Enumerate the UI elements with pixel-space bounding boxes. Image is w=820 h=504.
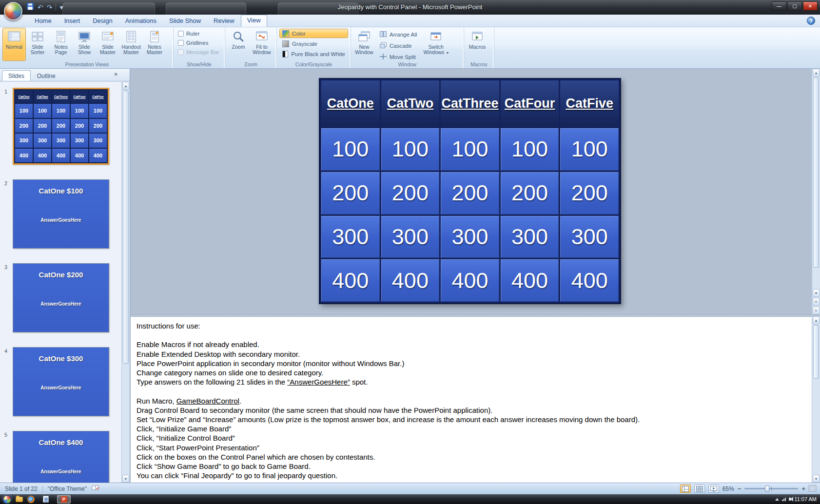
board-cell[interactable]: 300 [321,216,380,258]
panel-close-icon[interactable]: ✕ [114,72,118,77]
zoom-slider-thumb[interactable] [765,485,769,492]
new-window-button[interactable]: New Window [352,28,376,61]
slide-master-button[interactable]: Slide Master [96,28,119,61]
zoom-slider[interactable] [744,488,798,489]
powerpoint-taskbar-button[interactable]: P [57,495,71,504]
board-cell[interactable]: 200 [560,172,619,214]
explorer-icon[interactable] [16,497,23,502]
board-cell[interactable]: 200 [381,172,440,214]
slide-1-thumbnail[interactable]: CatOneCatTwoCatThreeCatFourCatFive100100… [13,88,109,165]
move-split-button[interactable]: Move Split [377,52,420,61]
board-cell[interactable]: 100 [381,128,440,171]
board-category[interactable]: CatOne [321,80,380,127]
ribbon-tab-animations[interactable]: Animations [119,15,163,27]
ruler-checkbox-row[interactable]: Ruler [178,30,223,37]
scroll-down-icon[interactable]: ▼ [813,475,820,483]
restore-button[interactable]: ▢ [787,1,802,11]
ribbon-tab-design[interactable]: Design [86,15,118,27]
board-cell[interactable]: 200 [441,172,499,214]
slide-show-toggle[interactable] [708,485,719,493]
scroll-down-icon[interactable]: ▼ [813,289,820,297]
board-category[interactable]: CatFive [560,80,619,127]
undo-icon[interactable]: ↶ [38,3,43,12]
network-icon[interactable] [782,498,786,501]
spellcheck-icon[interactable] [92,485,99,493]
redo-icon[interactable]: ↷ [47,3,53,12]
color-button[interactable]: Color [279,29,348,38]
board-cell[interactable]: 400 [560,259,619,302]
zoom-button[interactable]: Zoom [227,28,250,61]
slide-canvas[interactable]: CatOneCatTwoCatThreeCatFourCatFive100100… [131,69,812,314]
slide-show-button[interactable]: Slide Show [73,28,96,61]
board-cell[interactable]: 200 [501,172,559,214]
scrollbar-thumb[interactable] [813,325,819,379]
board-cell[interactable]: 400 [501,259,559,302]
ruler-checkbox[interactable] [178,31,184,37]
pure-black-white-button[interactable]: Pure Black and White [279,49,348,58]
board-cell[interactable]: 100 [441,128,499,171]
volume-icon[interactable] [789,498,791,501]
tab-outline[interactable]: Outline [31,70,62,81]
board-cell[interactable]: 400 [441,259,499,302]
board-cell[interactable]: 100 [501,128,559,171]
document-taskbar-button[interactable] [39,495,53,504]
board-category[interactable]: CatTwo [381,80,440,127]
scroll-down-icon[interactable]: ▼ [122,475,129,483]
grayscale-button[interactable]: Grayscale [279,39,348,48]
close-button[interactable]: ✕ [803,1,818,11]
scroll-up-icon[interactable]: ▲ [122,82,129,90]
board-cell[interactable]: 200 [321,172,380,214]
fit-to-window-button[interactable]: Fit to Window [250,28,273,61]
board-cell[interactable]: 100 [321,128,380,171]
slide-sorter-button[interactable]: Slide Sorter [26,28,49,61]
slide-sorter-toggle[interactable] [694,485,705,493]
customize-qat-dropdown-icon[interactable]: ▾ [59,3,63,12]
tab-slides[interactable]: Slides [2,70,31,81]
hidden-icons-icon[interactable] [775,498,779,501]
board-category[interactable]: CatFour [501,80,559,127]
board-cell[interactable]: 100 [560,128,619,171]
taskbar-clock[interactable]: 11:07 AM [794,496,817,502]
slide-5-thumbnail[interactable]: CatOne $400 AnswerGoesHere [13,431,109,483]
fit-slide-to-window-icon[interactable] [809,485,816,493]
notes-scrollbar[interactable]: ▲ ▼ [812,316,820,483]
scrollbar-thumb[interactable] [813,78,819,268]
gridlines-checkbox[interactable] [178,40,184,46]
notes-pane[interactable]: Instructions for use: Enable Macros if n… [131,316,812,483]
macros-button[interactable]: Macros [466,28,489,61]
next-slide-icon[interactable]: » [813,307,820,314]
board-category[interactable]: CatThree [441,80,499,127]
notes-master-button[interactable]: Notes Master [143,28,166,61]
ribbon-tab-view[interactable]: View [241,15,267,27]
switch-windows-button[interactable]: Switch Windows ▾ [421,28,451,61]
ribbon-tab-review[interactable]: Review [207,15,241,27]
slide-2-thumbnail[interactable]: CatOne $100 AnswerGoesHere [13,179,109,249]
cascade-button[interactable]: Cascade [377,41,420,50]
board-cell[interactable]: 300 [501,216,559,258]
scroll-up-icon[interactable]: ▲ [813,69,820,77]
board-cell[interactable]: 300 [560,216,619,258]
background-tab[interactable] [166,2,246,15]
ribbon-tab-insert[interactable]: Insert [58,15,87,27]
background-tab[interactable] [62,2,155,15]
gridlines-checkbox-row[interactable]: Gridlines [178,39,223,46]
firefox-icon[interactable] [27,496,35,503]
zoom-in-icon[interactable]: + [801,485,805,492]
office-button[interactable] [4,2,22,20]
slide-3-thumbnail[interactable]: CatOne $200 AnswerGoesHere [13,263,109,332]
board-cell[interactable]: 300 [441,216,499,258]
normal-view-toggle[interactable] [680,485,691,493]
board-cell[interactable]: 400 [381,259,440,302]
help-icon[interactable]: ? [807,17,815,25]
previous-slide-icon[interactable]: « [813,298,820,306]
notes-page-button[interactable]: Notes Page [49,28,73,61]
ribbon-tab-slide-show[interactable]: Slide Show [163,15,207,27]
zoom-out-icon[interactable]: − [738,485,742,492]
arrange-all-button[interactable]: Arrange All [377,30,420,39]
panel-scrollbar[interactable]: ▲ ▼ [121,82,130,483]
scroll-up-icon[interactable]: ▲ [813,316,820,324]
board-cell[interactable]: 400 [321,259,380,302]
slide-4-thumbnail[interactable]: CatOne $300 AnswerGoesHere [13,347,109,416]
save-icon[interactable] [26,2,34,12]
minimize-button[interactable]: — [772,1,786,11]
